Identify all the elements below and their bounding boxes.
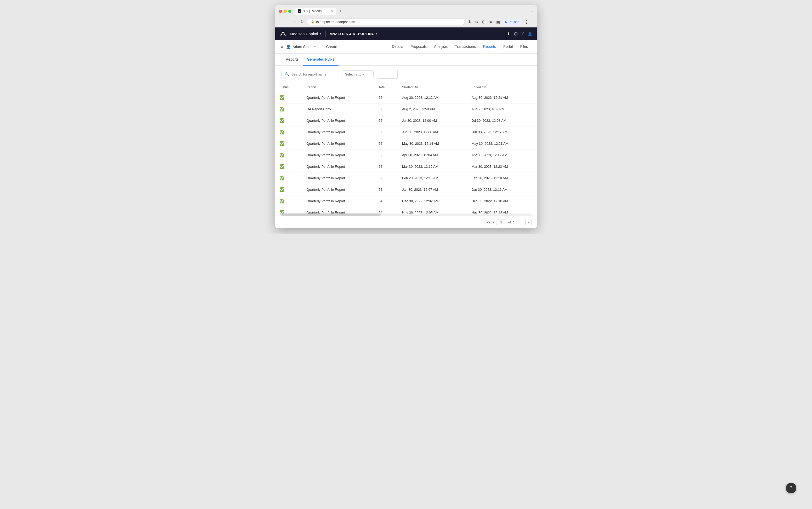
cell-total-9: 64 <box>374 196 398 207</box>
success-check-icon: ✅ <box>279 107 285 111</box>
cell-ended-2: Jul 30, 2023, 12:08 AM <box>467 115 537 127</box>
minimize-button[interactable] <box>284 10 287 13</box>
app-topbar: Madison Capital ▾ ANALYSIS & REPORTING ▾… <box>275 27 537 40</box>
app-subheader: ≡ 👤 Adam Smith ▾ + Create Details Propos… <box>275 40 537 54</box>
filter-extra-input[interactable] <box>377 70 398 79</box>
tab-portal[interactable]: Portal <box>500 40 517 53</box>
settings-icon[interactable]: ⚙ <box>474 19 479 25</box>
star-icon[interactable]: ★ <box>488 19 494 25</box>
search-box[interactable]: 🔍 <box>281 70 339 78</box>
back-button[interactable]: ← <box>283 19 289 25</box>
next-page-button[interactable]: › <box>525 219 532 225</box>
tab-chevron-icon: ⌄ <box>531 10 533 13</box>
url-text: examplefirm.addepar.com <box>316 20 461 24</box>
help-circle-icon[interactable]: ? <box>521 31 524 36</box>
cell-report-9: Quarterly Portfolio Report <box>303 196 374 207</box>
cell-status-10: ✅ <box>275 207 303 214</box>
page-number-input[interactable] <box>497 219 506 225</box>
cell-started-0: Aug 30, 2023, 12:12 AM <box>398 92 467 103</box>
table-row[interactable]: ✅ Quarterly Portfolio Report 62 Aug 30, … <box>275 92 537 103</box>
paused-button[interactable]: ▶ Paused <box>502 19 522 25</box>
cell-status-9: ✅ <box>275 196 303 207</box>
table-row[interactable]: ✅ Quarterly Portfolio Report 62 Apr 30, … <box>275 149 537 161</box>
table-container: Status Report Total Started On Ended On … <box>275 83 537 213</box>
hamburger-menu-icon[interactable]: ≡ <box>280 44 283 49</box>
upload-icon[interactable]: ⬆ <box>507 31 510 36</box>
cell-total-6: 62 <box>374 161 398 172</box>
col-header-total: Total <box>374 83 398 92</box>
close-button[interactable] <box>279 10 282 13</box>
nav-label: ANALYSIS & REPORTING <box>330 32 375 36</box>
horizontal-scrollbar-thumb[interactable] <box>280 213 381 215</box>
new-tab-button[interactable]: + <box>338 8 344 14</box>
extensions-icon[interactable]: ⬡ <box>481 19 487 25</box>
inner-tabs: Reports Generated PDFs <box>275 54 537 66</box>
inner-tab-generated-pdfs[interactable]: Generated PDFs <box>303 54 339 66</box>
browser-action-buttons: ⬇ ⚙ ⬡ ★ ▣ ▶ Paused ⋮ <box>467 19 529 25</box>
firm-selector[interactable]: Madison Capital ▾ <box>290 32 321 36</box>
table-row[interactable]: ✅ Quarterly Portfolio Report 62 Mar 30, … <box>275 161 537 172</box>
address-bar-area: ← → ↻ 🔒 examplefirm.addepar.com ⬇ ⚙ ⬡ ★ … <box>279 17 533 27</box>
success-check-icon: ✅ <box>279 176 285 180</box>
nav-analysis-reporting[interactable]: ANALYSIS & REPORTING ▾ <box>330 32 377 36</box>
downloads-icon[interactable]: ⬇ <box>467 19 472 25</box>
refresh-button[interactable]: ↻ <box>299 19 305 25</box>
success-check-icon: ✅ <box>279 153 285 157</box>
cell-total-4: 62 <box>374 138 398 149</box>
cell-status-8: ✅ <box>275 184 303 196</box>
dropdown-chevron-icon: ▾ <box>363 73 364 76</box>
create-button[interactable]: + Create <box>320 43 340 50</box>
tab-files[interactable]: Files <box>517 40 532 53</box>
table-row[interactable]: ✅ Quarterly Portfolio Report 64 Nov 30, … <box>275 207 537 214</box>
table-row[interactable]: ✅ Quarterly Portfolio Report 62 Jul 30, … <box>275 115 537 127</box>
menu-dots-icon[interactable]: ⋮ <box>524 19 529 25</box>
search-input[interactable] <box>291 72 333 76</box>
user-icon[interactable]: 👤 <box>527 31 533 36</box>
create-label: + Create <box>323 45 337 49</box>
tab-close-button[interactable]: ✕ <box>331 10 333 13</box>
table-row[interactable]: ✅ Quarterly Portfolio Report 64 Dec 30, … <box>275 196 537 207</box>
cell-total-3: 62 <box>374 127 398 138</box>
maximize-button[interactable] <box>288 10 291 13</box>
cell-started-3: Jun 30, 2023, 12:00 AM <box>398 127 467 138</box>
of-label: of <box>508 220 511 224</box>
forward-button[interactable]: → <box>291 19 297 25</box>
reports-table: Status Report Total Started On Ended On … <box>275 83 537 213</box>
tab-proposals[interactable]: Proposals <box>407 40 430 53</box>
table-row[interactable]: ✅ Q4 Report Copy 62 Aug 2, 2023, 3:59 PM… <box>275 103 537 115</box>
tab-reports[interactable]: Reports <box>479 40 500 53</box>
horizontal-scrollbar[interactable] <box>280 213 532 215</box>
select-dropdown[interactable]: Select a ... ▾ <box>342 70 374 78</box>
success-check-icon: ✅ <box>279 130 285 134</box>
user-avatar-icon: 👤 <box>286 44 291 49</box>
cell-status-6: ✅ <box>275 161 303 172</box>
tab-analysis[interactable]: Analysis <box>430 40 451 53</box>
table-row[interactable]: ✅ Quarterly Portfolio Report 62 May 30, … <box>275 138 537 149</box>
share-icon[interactable]: ⬡ <box>514 31 518 36</box>
cell-report-10: Quarterly Portfolio Report <box>303 207 374 214</box>
cell-started-8: Jan 30, 2023, 12:07 AM <box>398 184 467 196</box>
url-bar[interactable]: 🔒 examplefirm.addepar.com <box>307 18 465 25</box>
select-label: Select a ... <box>345 72 361 76</box>
table-row[interactable]: ✅ Quarterly Portfolio Report 62 Jun 30, … <box>275 127 537 138</box>
main-content: Reports Generated PDFs 🔍 Select a ... ▾ <box>275 54 537 228</box>
success-check-icon: ✅ <box>279 95 285 100</box>
table-row[interactable]: ✅ Quarterly Portfolio Report 62 Feb 28, … <box>275 172 537 184</box>
cell-ended-10: Nov 30, 2022, 12:12 AM <box>467 207 537 214</box>
cell-status-3: ✅ <box>275 127 303 138</box>
cell-ended-0: Aug 30, 2023, 12:21 AM <box>467 92 537 103</box>
inner-tab-reports[interactable]: Reports <box>281 54 303 66</box>
user-selector[interactable]: 👤 Adam Smith ▾ <box>286 44 315 49</box>
sidebar-icon[interactable]: ▣ <box>495 19 501 25</box>
success-check-icon: ✅ <box>279 164 285 169</box>
traffic-lights[interactable] <box>279 10 291 13</box>
paused-label: Paused <box>508 20 519 24</box>
table-row[interactable]: ✅ Quarterly Portfolio Report 62 Jan 30, … <box>275 184 537 196</box>
browser-tab[interactable]: A 309 | Reports ✕ <box>294 8 336 14</box>
tab-transactions[interactable]: Transactions <box>451 40 479 53</box>
cell-started-5: Apr 30, 2023, 12:04 AM <box>398 149 467 161</box>
prev-page-button[interactable]: ‹ <box>517 219 523 225</box>
tab-details[interactable]: Details <box>388 40 407 53</box>
firm-name: Madison Capital <box>290 32 318 36</box>
cell-status-0: ✅ <box>275 92 303 103</box>
